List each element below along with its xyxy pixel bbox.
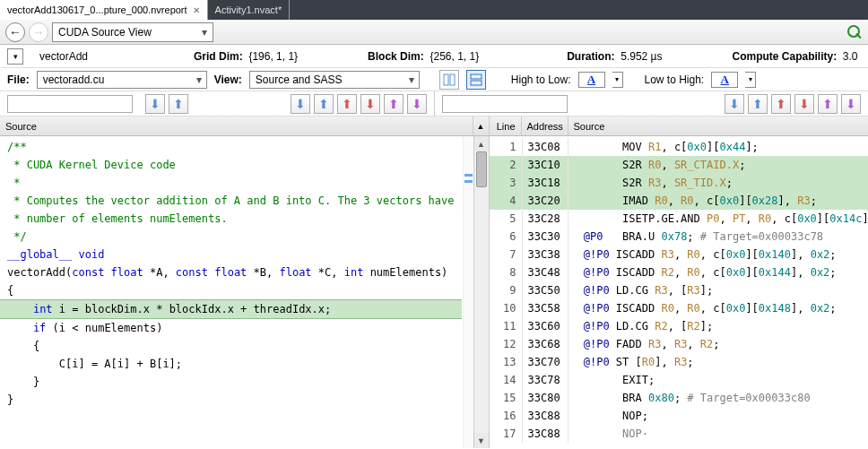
file-select[interactable]: vectoradd.cu [37, 71, 207, 89]
layout-columns-button[interactable] [439, 70, 459, 90]
nav-down-blue[interactable]: ⬇ [145, 94, 165, 114]
sass-pane-header: Line Address Source ▲ [490, 117, 869, 136]
nav-up-purple-r[interactable]: ⬆ [818, 94, 838, 114]
source-code[interactable]: /** * CUDA Kernel Device code * * Comput… [0, 136, 489, 448]
tab-activity[interactable]: Activity1.nvact* [208, 0, 291, 20]
svg-rect-2 [471, 74, 482, 79]
tabbar: vectorAdd130617_0...pture_000.nvreport ✕… [0, 0, 868, 20]
toolbar: ← → CUDA Source View [0, 20, 868, 45]
info-bar: ▾ vectorAdd Grid Dim: {196, 1, 1} Block … [0, 45, 868, 68]
nav-up-1r[interactable]: ⬆ [748, 94, 768, 114]
right-arrow-bar: ⬇ ⬆ ⬆ ⬇ ⬆ ⬇ [435, 91, 869, 117]
left-arrow-bar: ⬇ ⬆ ⬇ ⬆ ⬆ ⬇ ⬆ ⬇ [0, 91, 435, 117]
block-dim-label: Block Dim: [368, 50, 424, 63]
kernel-name: vectorAdd [39, 50, 88, 63]
close-icon[interactable]: ✕ [193, 5, 200, 15]
source-minimap[interactable]: - [463, 136, 473, 448]
svg-rect-0 [444, 74, 448, 85]
tab-label: Activity1.nvact* [215, 4, 282, 15]
panes: Source ▲ /** * CUDA Kernel Device code *… [0, 117, 868, 448]
nav-up-red-r[interactable]: ⬆ [771, 94, 791, 114]
col-source[interactable]: Source [0, 117, 473, 135]
right-search-input[interactable] [442, 95, 568, 113]
nav-down-1r[interactable]: ⬇ [725, 94, 744, 114]
block-dim-value: {256, 1, 1} [430, 50, 479, 63]
forward-button: → [29, 22, 48, 42]
magnifier-icon[interactable] [846, 24, 863, 40]
source-pane-header: Source ▲ [0, 117, 489, 136]
sass-pane: Line Address Source ▲ 133C08 MOV R1, c[0… [490, 117, 869, 448]
tab-label: vectorAdd130617_0...pture_000.nvreport [7, 4, 187, 15]
nav-up-blue[interactable]: ⬆ [169, 94, 188, 114]
file-label: File: [7, 73, 30, 86]
lth-dropdown[interactable]: ▾ [745, 72, 756, 88]
view-combo[interactable]: CUDA Source View [52, 22, 213, 42]
layout-rows-button[interactable] [466, 70, 486, 90]
htl-label: High to Low: [511, 73, 571, 86]
htl-color-picker[interactable]: A [578, 72, 605, 88]
nav-down-red-r[interactable]: ⬇ [794, 94, 814, 114]
svg-rect-1 [450, 74, 455, 85]
lth-color-picker[interactable]: A [711, 72, 738, 88]
grid-dim-label: Grid Dim: [194, 50, 243, 63]
nav-up-1[interactable]: ⬆ [314, 94, 334, 114]
view-select[interactable]: Source and SASS [249, 71, 420, 89]
back-button[interactable]: ← [5, 22, 25, 42]
col-address[interactable]: Address [522, 117, 569, 135]
col-source[interactable]: Source [569, 117, 869, 135]
nav-up-red[interactable]: ⬆ [337, 94, 357, 114]
duration-label: Duration: [567, 50, 614, 63]
left-search-input[interactable] [7, 95, 133, 113]
lth-label: Low to High: [645, 73, 705, 86]
kernel-dropdown[interactable]: ▾ [7, 48, 23, 65]
svg-rect-3 [471, 81, 482, 85]
sass-code[interactable]: 133C08 MOV R1, c[0x0][0x44];233C10 S2R R… [490, 136, 869, 448]
grid-dim-value: {196, 1, 1} [248, 50, 298, 63]
source-pane: Source ▲ /** * CUDA Kernel Device code *… [0, 117, 490, 448]
nav-up-purple[interactable]: ⬆ [384, 94, 404, 114]
col-line[interactable]: Line [490, 117, 522, 135]
htl-dropdown[interactable]: ▾ [612, 72, 623, 88]
tab-report[interactable]: vectorAdd130617_0...pture_000.nvreport ✕ [0, 0, 208, 20]
filter-bar: File: vectoradd.cu View: Source and SASS… [0, 68, 868, 91]
nav-down-1[interactable]: ⬇ [291, 94, 310, 114]
duration-value: 5.952 µs [621, 50, 662, 63]
cc-label: Compute Capability: [732, 50, 837, 63]
view-label: View: [214, 73, 242, 86]
cc-value: 3.0 [843, 50, 858, 63]
source-scrollbar[interactable]: ▲ ▼ [473, 136, 489, 448]
nav-down-purple-r[interactable]: ⬇ [841, 94, 861, 114]
nav-down-red[interactable]: ⬇ [360, 94, 380, 114]
nav-down-purple[interactable]: ⬇ [407, 94, 427, 114]
